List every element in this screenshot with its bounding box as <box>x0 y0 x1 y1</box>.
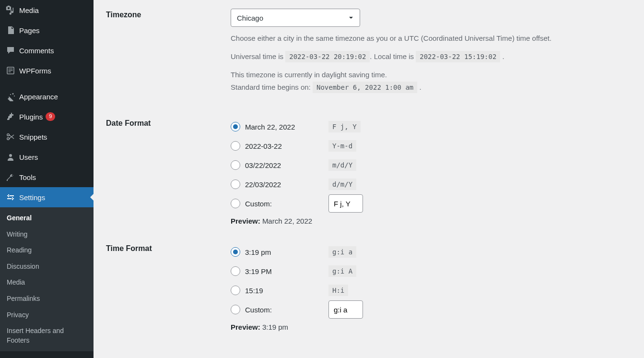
sidebar-item-label: Tools <box>19 173 36 181</box>
svg-point-5 <box>7 134 9 136</box>
utc-prefix: Universal time is <box>231 52 285 60</box>
sidebar-item-label: Comments <box>19 47 54 55</box>
submenu-item-writing[interactable]: Writing <box>0 227 94 243</box>
time-format-display-3: 15:19 <box>245 286 263 295</box>
sidebar-item-appearance[interactable]: Appearance <box>0 86 94 107</box>
settings-form-table: Timezone Chicago Choose either a city in… <box>106 0 632 340</box>
comments-icon <box>5 45 16 56</box>
date-format-option-row: 22/03/2022 d/m/Y <box>231 175 632 194</box>
time-format-custom-row: Custom: <box>231 300 632 319</box>
sidebar-item-tools[interactable]: Tools <box>0 167 94 187</box>
appearance-icon <box>5 91 16 102</box>
time-period: . <box>500 52 504 60</box>
local-time-value: 2022-03-22 15:19:02 <box>416 51 500 62</box>
svg-point-4 <box>7 138 9 140</box>
date-format-radio-3[interactable] <box>231 160 240 170</box>
plugins-badge: 9 <box>46 112 55 120</box>
pages-icon <box>5 25 16 36</box>
date-format-custom-row: Custom: <box>231 194 632 213</box>
date-format-custom-text: Custom: <box>245 200 272 208</box>
date-format-custom-label[interactable]: Custom: <box>231 199 328 208</box>
time-format-option-row: 3:19 PM g:i A <box>231 262 632 281</box>
time-format-heading: Time Format <box>106 234 231 340</box>
submenu-item-insert-headers-footers[interactable]: Insert Headers and Footers <box>0 323 94 348</box>
sidebar-item-label: Snippets <box>19 133 47 141</box>
sidebar-item-comments[interactable]: Comments <box>0 40 94 60</box>
timezone-select[interactable]: Chicago <box>231 9 360 27</box>
preview-value: 3:19 pm <box>262 323 288 331</box>
time-format-option-2-label[interactable]: 3:19 PM <box>231 266 328 276</box>
tools-icon <box>5 172 16 182</box>
timezone-help-text: Choose either a city in the same timezon… <box>231 33 632 44</box>
settings-submenu: General Writing Reading Discussion Media… <box>0 207 94 351</box>
date-format-display-2: 2022-03-22 <box>245 142 282 150</box>
media-icon <box>5 5 16 15</box>
time-format-code-1: g:i a <box>328 246 356 258</box>
submenu-item-media[interactable]: Media <box>0 274 94 291</box>
time-format-radio-1[interactable] <box>231 247 240 257</box>
time-format-custom-input[interactable] <box>328 300 363 319</box>
submenu-item-permalinks[interactable]: Permalinks <box>0 291 94 307</box>
timezone-heading: Timezone <box>106 0 231 108</box>
sidebar-item-pages[interactable]: Pages <box>0 20 94 40</box>
date-format-display-4: 22/03/2022 <box>245 180 281 189</box>
time-format-custom-text: Custom: <box>245 306 272 314</box>
time-format-custom-label[interactable]: Custom: <box>231 305 328 314</box>
date-format-option-4-label[interactable]: 22/03/2022 <box>231 179 328 189</box>
svg-rect-3 <box>9 72 11 72</box>
submenu-item-discussion[interactable]: Discussion <box>0 259 94 275</box>
date-format-custom-input[interactable] <box>328 194 363 213</box>
svg-point-6 <box>9 154 12 157</box>
sidebar-item-label: Media <box>19 6 39 14</box>
submenu-item-privacy[interactable]: Privacy <box>0 307 94 323</box>
date-format-option-row: 2022-03-22 Y-m-d <box>231 136 632 155</box>
date-format-heading: Date Format <box>106 108 231 234</box>
time-format-display-2: 3:19 PM <box>245 267 272 275</box>
submenu-item-reading[interactable]: Reading <box>0 242 94 259</box>
admin-sidebar: Media Pages Comments WPForms Appearance … <box>0 0 94 358</box>
time-format-option-row: 3:19 pm g:i a <box>231 242 632 262</box>
dst-line: This timezone is currently in daylight s… <box>231 69 632 81</box>
sidebar-item-label: Plugins <box>19 113 43 121</box>
sidebar-item-wpforms[interactable]: WPForms <box>0 60 94 81</box>
date-format-radio-4[interactable] <box>231 179 240 189</box>
sidebar-item-label: Settings <box>19 193 45 202</box>
time-format-option-row: 15:19 H:i <box>231 281 632 300</box>
svg-rect-2 <box>9 70 13 71</box>
date-format-code-3: m/d/Y <box>328 159 356 171</box>
time-format-radio-custom[interactable] <box>231 305 240 314</box>
date-format-radio-1[interactable] <box>231 122 240 131</box>
wpforms-icon <box>5 65 16 76</box>
sidebar-item-users[interactable]: Users <box>0 147 94 167</box>
date-format-option-2-label[interactable]: 2022-03-22 <box>231 141 328 151</box>
std-prefix: Standard time begins on: <box>231 83 313 91</box>
utc-time-value: 2022-03-22 20:19:02 <box>285 51 370 62</box>
sidebar-item-label: Users <box>19 153 38 161</box>
main-content: Timezone Chicago Choose either a city in… <box>94 0 644 358</box>
standard-time-line: Standard time begins on: November 6, 202… <box>231 82 632 93</box>
sidebar-item-label: Appearance <box>19 93 58 101</box>
sidebar-item-media[interactable]: Media <box>0 0 94 20</box>
time-format-fieldset: 3:19 pm g:i a 3:19 PM g:i A <box>231 242 632 331</box>
time-format-preview: Preview: 3:19 pm <box>231 323 632 331</box>
time-format-option-3-label[interactable]: 15:19 <box>231 286 328 295</box>
sidebar-item-snippets[interactable]: Snippets <box>0 127 94 147</box>
date-format-option-3-label[interactable]: 03/22/2022 <box>231 160 328 170</box>
snippets-icon <box>5 131 16 142</box>
date-format-option-1-label[interactable]: March 22, 2022 <box>231 122 328 131</box>
time-format-option-1-label[interactable]: 3:19 pm <box>231 247 328 257</box>
time-format-code-2: g:i A <box>328 265 356 277</box>
date-format-radio-2[interactable] <box>231 141 240 151</box>
date-format-radio-custom[interactable] <box>231 199 240 208</box>
submenu-item-general[interactable]: General <box>0 210 94 227</box>
sidebar-item-label: WPForms <box>19 67 51 75</box>
sidebar-item-plugins[interactable]: Plugins 9 <box>0 107 94 127</box>
date-format-display-3: 03/22/2022 <box>245 161 281 169</box>
time-format-radio-3[interactable] <box>231 286 240 295</box>
menu-separator <box>0 81 94 86</box>
preview-value: March 22, 2022 <box>262 217 312 225</box>
settings-icon <box>5 192 16 203</box>
sidebar-item-settings[interactable]: Settings <box>0 187 94 207</box>
time-format-radio-2[interactable] <box>231 266 240 276</box>
plugins-icon <box>5 111 16 122</box>
